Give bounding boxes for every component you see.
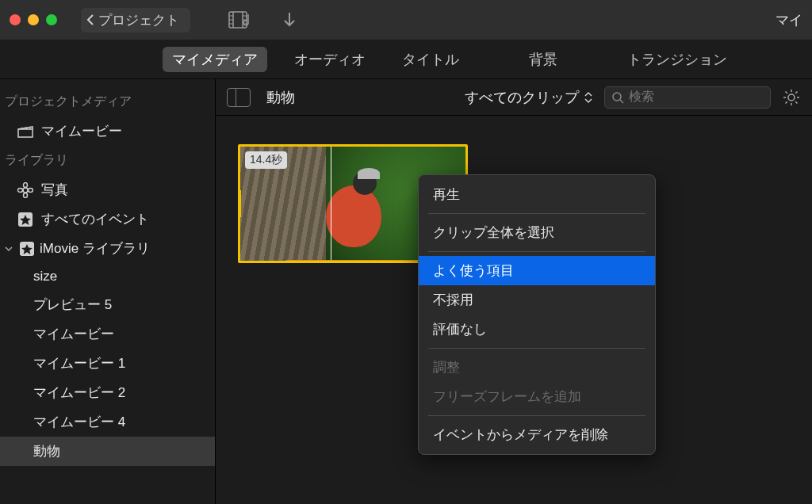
zoom-window-button[interactable] <box>46 14 57 25</box>
menu-adjust: 調整 <box>419 353 655 382</box>
sidebar-item-photos[interactable]: 写真 <box>0 175 215 204</box>
sidebar-item-my-movie-project[interactable]: マイムービー <box>0 116 215 146</box>
menu-delete-media-from-event[interactable]: イベントからメディアを削除 <box>419 420 655 449</box>
clip-filter-dropdown[interactable]: すべてのクリップ <box>465 88 593 107</box>
clapperboard-icon <box>17 125 33 138</box>
section-libraries: ライブラリ <box>0 146 215 175</box>
section-project-media: プロジェクトメディア <box>0 87 215 116</box>
clip-thumbnail-bird <box>326 185 381 247</box>
sidebar-label: iMovie ライブラリ <box>40 239 150 258</box>
sidebar-item-size[interactable]: size <box>0 263 215 290</box>
chevron-left-icon <box>86 14 95 25</box>
svg-line-29 <box>795 101 797 103</box>
flower-icon <box>17 182 33 198</box>
settings-button[interactable] <box>782 88 801 107</box>
svg-line-22 <box>620 100 623 103</box>
media-tabs: マイメディア オーディオ タイトル 背景 トランジション <box>0 40 812 79</box>
menu-select-entire-clip[interactable]: クリップ全体を選択 <box>419 218 655 247</box>
sidebar-item-all-events[interactable]: すべてのイベント <box>0 204 215 234</box>
svg-point-15 <box>24 182 28 187</box>
clip-filter-label: すべてのクリップ <box>465 88 579 107</box>
tab-audio[interactable]: オーディオ <box>285 47 375 72</box>
library-sidebar: プロジェクトメディア マイムービー ライブラリ 写真 <box>0 79 216 504</box>
sidebar-item-mymovie[interactable]: マイムービー <box>0 319 215 349</box>
import-icon <box>282 11 297 29</box>
star-icon <box>19 241 35 257</box>
browser-header: 動物 すべてのクリップ 検索 <box>216 79 812 116</box>
svg-line-30 <box>786 101 787 103</box>
window-controls <box>10 14 57 25</box>
menu-play[interactable]: 再生 <box>419 180 655 209</box>
clip-duration-badge: 14.4秒 <box>245 151 287 169</box>
window-titlebar: プロジェクト マイ <box>0 0 812 40</box>
sidebar-label: マイムービー <box>41 122 122 140</box>
tab-transitions[interactable]: トランジション <box>618 47 737 72</box>
menu-separator <box>428 348 645 349</box>
sidebar-item-mymovie4[interactable]: マイムービー 4 <box>0 407 215 437</box>
menu-separator <box>428 251 645 252</box>
media-library-button[interactable] <box>228 11 252 29</box>
gear-icon <box>782 88 801 107</box>
back-button-label: プロジェクト <box>98 11 179 29</box>
titlebar-right-text: マイ <box>776 11 802 29</box>
svg-point-21 <box>613 93 621 101</box>
chevron-down-icon[interactable] <box>3 245 14 253</box>
svg-rect-10 <box>18 129 33 137</box>
menu-unrate[interactable]: 評価なし <box>419 315 655 344</box>
import-button[interactable] <box>282 11 297 29</box>
sidebar-item-mymovie2[interactable]: マイムービー 2 <box>0 378 215 407</box>
film-music-icon <box>228 11 252 29</box>
svg-point-14 <box>23 188 28 193</box>
search-input[interactable]: 検索 <box>604 86 771 109</box>
close-window-button[interactable] <box>10 14 21 25</box>
star-icon <box>17 212 33 227</box>
clip-context-menu: 再生 クリップ全体を選択 よく使う項目 不採用 評価なし 調整 フリーズフレーム… <box>418 174 656 455</box>
search-placeholder: 検索 <box>629 89 654 105</box>
tab-my-media[interactable]: マイメディア <box>163 47 267 72</box>
back-to-projects-button[interactable]: プロジェクト <box>81 8 190 32</box>
sidebar-item-animals[interactable]: 動物 <box>0 437 215 466</box>
sidebar-label: 写真 <box>41 181 68 199</box>
sidebar-item-mymovie1[interactable]: マイムービー 1 <box>0 349 215 378</box>
svg-point-23 <box>788 94 795 101</box>
svg-point-17 <box>18 188 23 192</box>
minimize-window-button[interactable] <box>28 14 39 25</box>
updown-icon <box>584 91 593 104</box>
sidebar-toggle-button[interactable] <box>227 88 251 107</box>
menu-add-freeze-frame: フリーズフレームを追加 <box>419 382 655 411</box>
tab-backgrounds[interactable]: 背景 <box>519 47 567 72</box>
sidebar-label: すべてのイベント <box>41 210 149 228</box>
menu-separator <box>428 213 645 214</box>
menu-reject[interactable]: 不採用 <box>419 285 655 315</box>
menu-favorite[interactable]: よく使う項目 <box>419 256 655 285</box>
sidebar-item-preview5[interactable]: プレビュー 5 <box>0 290 215 319</box>
svg-line-28 <box>786 91 787 93</box>
clip-trim-handle-left[interactable] <box>238 190 241 218</box>
search-icon <box>611 91 624 104</box>
svg-point-18 <box>29 188 33 192</box>
clip-playhead[interactable] <box>331 147 331 261</box>
content-area: プロジェクトメディア マイムービー ライブラリ 写真 <box>0 79 812 504</box>
toolbar-icons <box>228 11 297 29</box>
tab-titles[interactable]: タイトル <box>393 47 469 72</box>
svg-point-16 <box>24 193 28 197</box>
sidebar-item-imovie-library[interactable]: iMovie ライブラリ <box>0 234 215 263</box>
browser-title: 動物 <box>266 88 295 107</box>
svg-line-31 <box>795 91 797 93</box>
menu-separator <box>428 415 645 416</box>
